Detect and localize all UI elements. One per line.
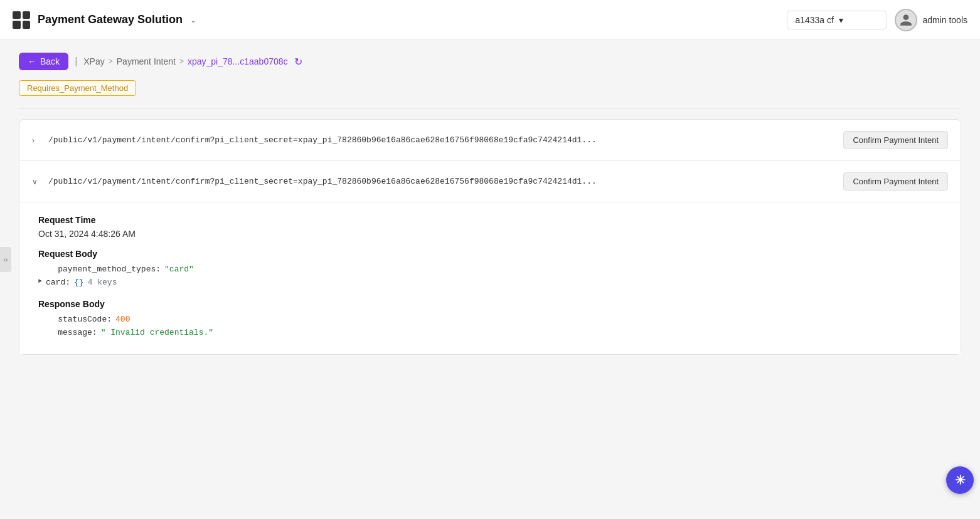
field-key-card: card: [46, 278, 70, 287]
field-value-card-object: {} [74, 278, 84, 287]
api-entry-2-header[interactable]: ∨ /public/v1/payment/intent/confirm?pi_c… [19, 161, 961, 202]
request-body: payment_method_types: "card" ► card: {} … [38, 263, 942, 289]
admin-tools[interactable]: admin tools [895, 9, 967, 31]
sidebar-toggle[interactable]: ‹› [0, 247, 11, 272]
divider [19, 108, 961, 109]
card-expand-icon[interactable]: ► [38, 278, 42, 285]
request-body-label: Request Body [38, 249, 942, 259]
api-entry-2: ∨ /public/v1/payment/intent/confirm?pi_c… [19, 161, 961, 354]
field-key-status-code: statusCode: [38, 315, 112, 324]
nav-separator: | [75, 56, 77, 67]
header-right: a1433a cf ▾ admin tools [787, 9, 967, 31]
workspace-dropdown-icon: ▾ [839, 15, 843, 25]
breadcrumb-middle: Payment Intent [117, 56, 176, 66]
floating-action-button[interactable]: ✳ [946, 466, 974, 494]
breadcrumb-current[interactable]: xpay_pi_78...c1aab0708c [188, 56, 288, 66]
back-label: Back [40, 56, 60, 66]
response-body: statusCode: 400 message: " Invalid crede… [38, 313, 942, 339]
floating-btn-icon: ✳ [955, 473, 966, 488]
chevron-left-icon: ‹› [4, 256, 8, 263]
field-key-payment-method-types: payment_method_types: [38, 265, 161, 274]
field-value-message: " Invalid credentials." [101, 328, 213, 337]
request-time-value: Oct 31, 2024 4:48:26 AM [38, 229, 942, 239]
response-field-message: message: " Invalid credentials." [38, 326, 942, 339]
breadcrumb: XPay > Payment Intent > xpay_pi_78...c1a… [83, 56, 302, 68]
field-value-payment-method-types: "card" [164, 265, 194, 274]
header-left: Payment Gateway Solution ⌄ [13, 11, 196, 29]
request-time-label: Request Time [38, 215, 942, 225]
api-entry-2-details: Request Time Oct 31, 2024 4:48:26 AM Req… [19, 202, 961, 354]
field-value-status-code: 400 [115, 315, 130, 324]
breadcrumb-sep2: > [179, 57, 184, 66]
back-arrow-icon: ← [28, 56, 36, 66]
breadcrumb-root: XPay [83, 56, 104, 66]
field-key-message: message: [38, 328, 97, 337]
status-badge: Requires_Payment_Method [19, 80, 136, 96]
breadcrumb-sep1: > [109, 57, 113, 66]
main-content: ← Back | XPay > Payment Intent > xpay_pi… [0, 40, 980, 519]
confirm-payment-intent-button-2[interactable]: Confirm Payment Intent [843, 172, 948, 191]
admin-label: admin tools [922, 15, 967, 25]
chevron-right-icon: › [32, 136, 42, 145]
response-body-label: Response Body [38, 299, 942, 309]
api-entry-1: › /public/v1/payment/intent/confirm?pi_c… [19, 120, 961, 161]
request-field-card: ► card: {} 4 keys [38, 276, 942, 289]
refresh-icon[interactable]: ↻ [294, 56, 302, 68]
nav-bar: ← Back | XPay > Payment Intent > xpay_pi… [19, 53, 961, 70]
api-url-2: /public/v1/payment/intent/confirm?pi_cli… [48, 177, 837, 186]
avatar [895, 9, 917, 31]
chevron-down-icon: ∨ [32, 177, 42, 186]
user-icon [899, 13, 913, 27]
card-keys-count: 4 keys [88, 278, 117, 287]
response-field-status-code: statusCode: 400 [38, 313, 942, 326]
back-button[interactable]: ← Back [19, 53, 68, 70]
confirm-payment-intent-button-1[interactable]: Confirm Payment Intent [843, 131, 948, 149]
header: Payment Gateway Solution ⌄ a1433a cf ▾ a… [0, 0, 980, 40]
workspace-name: a1433a cf [795, 15, 834, 25]
app-grid-icon [13, 11, 30, 29]
app-title: Payment Gateway Solution [38, 13, 183, 26]
api-entry-1-header[interactable]: › /public/v1/payment/intent/confirm?pi_c… [19, 120, 961, 160]
title-dropdown-icon[interactable]: ⌄ [190, 16, 196, 24]
api-url-1: /public/v1/payment/intent/confirm?pi_cli… [48, 135, 837, 145]
request-field-payment-method-types: payment_method_types: "card" [38, 263, 942, 276]
workspace-selector[interactable]: a1433a cf ▾ [787, 11, 887, 29]
api-log-section: › /public/v1/payment/intent/confirm?pi_c… [19, 119, 961, 355]
